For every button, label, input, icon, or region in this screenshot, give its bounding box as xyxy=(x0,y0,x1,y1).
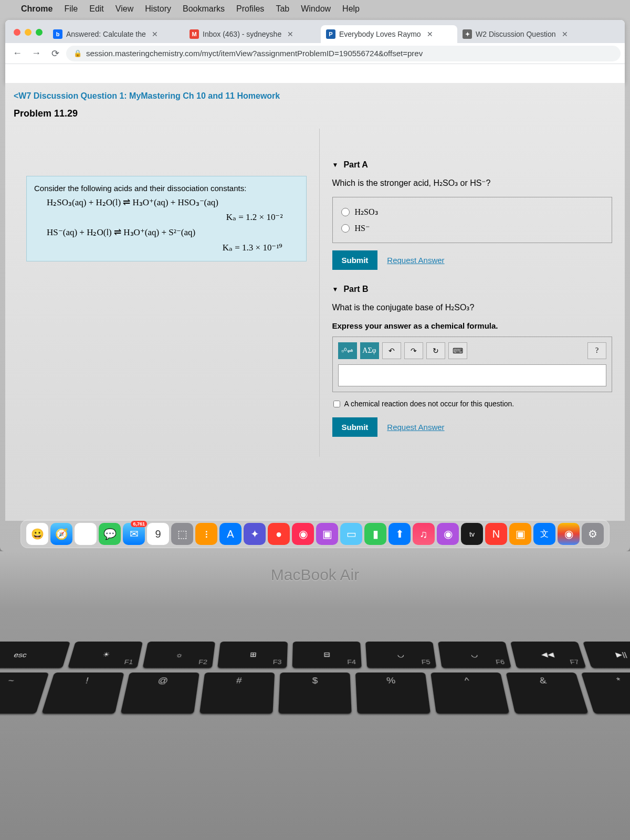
key-f2[interactable]: ☼F2 xyxy=(143,642,215,668)
lock-icon: 🔒 xyxy=(74,49,82,57)
key-esc[interactable]: esc xyxy=(0,642,70,668)
dock-app-icon[interactable]: ● xyxy=(268,523,290,545)
dock-app-icon[interactable]: ◉ xyxy=(292,523,314,545)
key-5[interactable]: % xyxy=(355,673,430,713)
menu-edit[interactable]: Edit xyxy=(89,4,104,14)
context-box: Consider the following acids and their d… xyxy=(26,176,307,261)
maximize-window-button[interactable] xyxy=(36,29,43,36)
part-a-header[interactable]: ▼ Part A xyxy=(332,160,613,170)
key-tilde[interactable]: ~ xyxy=(0,673,49,713)
dock-app-icon[interactable]: ✦ xyxy=(244,523,266,545)
key-f6[interactable]: ◡F6 xyxy=(438,642,511,668)
key-6[interactable]: ^ xyxy=(430,673,509,713)
menu-file[interactable]: File xyxy=(64,4,78,14)
collapse-icon: ▼ xyxy=(332,286,339,293)
key-f7[interactable]: ◀◀F7 xyxy=(510,642,586,668)
key-4[interactable]: $ xyxy=(278,673,351,713)
forward-button[interactable]: → xyxy=(28,46,44,61)
formula-input[interactable] xyxy=(338,364,607,386)
radio-h2so3[interactable] xyxy=(341,208,350,216)
undo-button[interactable]: ↶ xyxy=(382,342,401,359)
no-reaction-checkbox-row[interactable]: A chemical reaction does not occur for t… xyxy=(332,397,613,410)
address-bar[interactable]: 🔒 session.masteringchemistry.com/myct/it… xyxy=(66,46,621,61)
part-a-options: H₂SO₃ HS⁻ xyxy=(332,197,613,243)
dock-messages-icon[interactable]: 💬 xyxy=(99,523,121,545)
browser-tab-2[interactable]: M Inbox (463) - sydneyshe ✕ xyxy=(184,25,321,43)
part-b-instruction: Express your answer as a chemical formul… xyxy=(332,321,613,330)
request-answer-link-b[interactable]: Request Answer xyxy=(387,423,444,432)
key-f8[interactable]: ▶|| xyxy=(583,642,630,668)
dock-app-icon[interactable]: ▭ xyxy=(340,523,362,545)
keyboard-button[interactable]: ⌨ xyxy=(448,342,467,359)
key-f5[interactable]: ◡F5 xyxy=(365,642,436,668)
menu-bookmarks[interactable]: Bookmarks xyxy=(183,4,225,14)
dock-appstore-icon[interactable]: A xyxy=(219,523,242,545)
close-tab-icon[interactable]: ✕ xyxy=(287,30,293,38)
option-h2so3[interactable]: H₂SO₃ xyxy=(341,204,604,220)
browser-tab-1[interactable]: b Answered: Calculate the ✕ xyxy=(48,25,184,43)
part-b-header[interactable]: ▼ Part B xyxy=(332,285,613,294)
close-tab-icon[interactable]: ✕ xyxy=(152,30,158,38)
key-2[interactable]: @ xyxy=(121,673,200,713)
dock-app-icon[interactable]: ⫶ xyxy=(195,523,217,545)
submit-button-b[interactable]: Submit xyxy=(332,417,378,437)
key-1[interactable]: ! xyxy=(41,673,124,713)
reset-button[interactable]: ↻ xyxy=(426,342,445,359)
no-reaction-checkbox[interactable] xyxy=(333,401,340,407)
menu-view[interactable]: View xyxy=(116,4,133,14)
part-b-title: Part B xyxy=(343,285,368,294)
dock-app-icon[interactable]: ▣ xyxy=(509,523,531,545)
greek-button[interactable]: ΑΣφ xyxy=(360,342,379,359)
menu-profiles[interactable]: Profiles xyxy=(236,4,264,14)
menu-help[interactable]: Help xyxy=(342,4,360,14)
menu-history[interactable]: History xyxy=(145,4,171,14)
breadcrumb-link[interactable]: <W7 Discussion Question 1: MyMastering C… xyxy=(5,88,625,104)
key-8[interactable]: * xyxy=(581,673,630,713)
dock-app-icon[interactable]: ▮ xyxy=(364,523,386,545)
key-7[interactable]: & xyxy=(506,673,588,713)
templates-button[interactable]: ▫⁰⇌ xyxy=(338,342,357,359)
dock-mail-icon[interactable]: ✉6,761 xyxy=(123,523,145,545)
dock-chrome-icon[interactable]: ◉ xyxy=(558,523,580,545)
dock-appletv-icon[interactable]: tv xyxy=(461,523,483,545)
menu-tab[interactable]: Tab xyxy=(276,4,289,14)
browser-tab-4[interactable]: ✦ W2 Discussion Question ✕ xyxy=(457,25,594,43)
request-answer-link-a[interactable]: Request Answer xyxy=(387,256,444,265)
dock-app-icon[interactable]: N xyxy=(485,523,507,545)
favicon: P xyxy=(326,29,335,39)
menu-window[interactable]: Window xyxy=(301,4,331,14)
dock-app-icon[interactable]: ⬚ xyxy=(171,523,193,545)
page-content: <W7 Discussion Question 1: MyMastering C… xyxy=(5,83,625,521)
dock-launchpad-icon[interactable]: ▦ xyxy=(75,523,97,545)
option-hs-minus[interactable]: HS⁻ xyxy=(341,220,604,236)
close-tab-icon[interactable]: ✕ xyxy=(427,30,433,38)
dock-safari-icon[interactable]: 🧭 xyxy=(50,523,72,545)
minimize-window-button[interactable] xyxy=(25,29,32,36)
collapse-icon: ▼ xyxy=(332,161,339,169)
dock-finder-icon[interactable]: 😀 xyxy=(26,523,48,545)
help-button[interactable]: ? xyxy=(587,342,606,359)
key-f4[interactable]: ⊟F4 xyxy=(292,642,362,668)
dock-settings-icon[interactable]: ⚙ xyxy=(582,523,604,545)
radio-hs-minus[interactable] xyxy=(341,224,350,233)
dock-app-icon[interactable]: ⬆ xyxy=(388,523,411,545)
dock-music-icon[interactable]: ♫ xyxy=(413,523,435,545)
close-tab-icon[interactable]: ✕ xyxy=(562,30,568,38)
dock-podcasts-icon[interactable]: ◉ xyxy=(437,523,459,545)
mac-dock: 😀 🧭 ▦ 💬 ✉6,761 9 ⬚ ⫶ A ✦ ● ◉ ▣ ▭ ▮ ⬆ ♫ ◉… xyxy=(20,520,610,548)
equation-1: H₂SO₃(aq) + H₂O(l) ⇌ H₃O⁺(aq) + HSO₃⁻(aq… xyxy=(34,195,299,211)
back-button[interactable]: ← xyxy=(9,46,25,61)
laptop-label: MacBook Air xyxy=(271,566,359,584)
redo-button[interactable]: ↷ xyxy=(404,342,423,359)
submit-button-a[interactable]: Submit xyxy=(332,250,378,270)
dock-app-icon[interactable]: ▣ xyxy=(316,523,338,545)
key-3[interactable]: # xyxy=(200,673,275,713)
key-f1[interactable]: ☀F1 xyxy=(68,642,143,668)
key-f3[interactable]: ⊞F3 xyxy=(217,642,288,668)
close-window-button[interactable] xyxy=(14,29,20,36)
dock-app-icon[interactable]: 文 xyxy=(533,523,555,545)
menubar-app[interactable]: Chrome xyxy=(21,4,52,14)
dock-calc-icon[interactable]: 9 xyxy=(147,523,169,545)
browser-tab-3-active[interactable]: P Everybody Loves Raymo ✕ xyxy=(321,25,457,43)
reload-button[interactable]: ⟳ xyxy=(47,46,63,61)
